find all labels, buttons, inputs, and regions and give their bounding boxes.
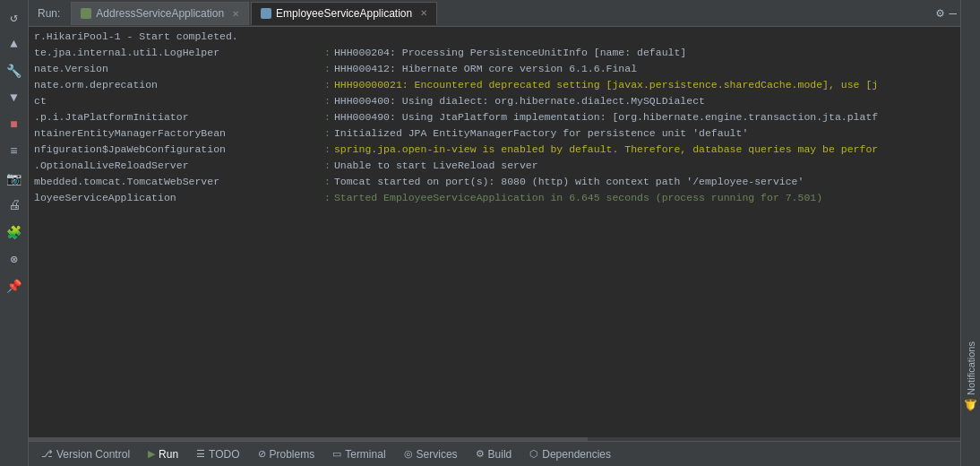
employee-tab-icon bbox=[261, 8, 271, 19]
console-col-sep: : bbox=[324, 158, 331, 174]
console-col-left: ntainerEntityManagerFactoryBean bbox=[34, 125, 321, 142]
console-col-right: Tomcat started on port(s): 8080 (http) w… bbox=[334, 174, 804, 190]
console-area[interactable]: r.HikariPool-1 - Start completed. te.jpa… bbox=[29, 27, 960, 437]
main-area: Run: AddressServiceApplication ✕ Employe… bbox=[29, 0, 960, 466]
console-col-right: HHH90000021: Encountered deprecated sett… bbox=[334, 77, 878, 93]
run-icon: ▶ bbox=[148, 448, 155, 460]
tab-todo[interactable]: ☰ TODO bbox=[187, 445, 248, 463]
console-line: .OptionalLiveReloadServer : Unable to st… bbox=[29, 158, 960, 174]
sidebar-stop-icon[interactable]: ■ bbox=[2, 112, 27, 137]
console-col-sep: : bbox=[324, 190, 331, 206]
console-col-right: HHH000490: Using JtaPlatform implementat… bbox=[334, 109, 878, 125]
sidebar-puzzle-icon[interactable]: 🧩 bbox=[2, 220, 27, 245]
employee-tab-close[interactable]: ✕ bbox=[420, 8, 427, 18]
top-bar: Run: AddressServiceApplication ✕ Employe… bbox=[29, 0, 960, 27]
right-notifications: 🔔 Notifications bbox=[960, 0, 980, 466]
console-col-left: nfiguration$JpaWebConfiguration bbox=[34, 142, 321, 158]
sidebar-restart-icon[interactable]: ↺ bbox=[2, 4, 27, 30]
notifications-label-text: Notifications bbox=[966, 341, 976, 395]
services-icon: ◎ bbox=[404, 448, 413, 460]
dependencies-label: Dependencies bbox=[542, 448, 611, 461]
console-col-right: HHH000204: Processing PersistenceUnitInf… bbox=[334, 45, 686, 61]
console-line: nfiguration$JpaWebConfiguration : spring… bbox=[29, 142, 960, 158]
console-col-sep: : bbox=[324, 77, 331, 93]
version-control-label: Version Control bbox=[56, 448, 130, 461]
console-line: nate.Version : HHH000412: Hibernate ORM … bbox=[29, 61, 960, 77]
console-col-right: Started EmployeeServiceApplication in 6.… bbox=[334, 190, 822, 206]
top-bar-actions: ⚙ — bbox=[936, 5, 957, 21]
tab-employee[interactable]: EmployeeServiceApplication ✕ bbox=[251, 2, 437, 25]
console-col-sep: : bbox=[324, 93, 331, 109]
todo-label: TODO bbox=[209, 448, 239, 461]
settings-icon[interactable]: ⚙ bbox=[936, 5, 943, 21]
console-col-right: spring.jpa.open-in-view is enabled by de… bbox=[334, 142, 878, 158]
console-col-sep: : bbox=[324, 125, 331, 142]
console-col-sep: : bbox=[324, 142, 331, 158]
sidebar-close2-icon[interactable]: ⊗ bbox=[2, 246, 27, 272]
console-col-left: nate.orm.deprecation bbox=[34, 77, 321, 93]
sidebar-wrap-icon[interactable]: ≡ bbox=[2, 139, 27, 164]
address-tab-icon bbox=[81, 8, 91, 19]
employee-tab-label: EmployeeServiceApplication bbox=[276, 7, 412, 20]
sidebar-down-icon[interactable]: ▼ bbox=[2, 85, 27, 110]
build-label: Build bbox=[488, 448, 512, 461]
build-icon: ⚙ bbox=[476, 448, 485, 460]
version-control-icon: ⎇ bbox=[41, 448, 53, 460]
console-line: mbedded.tomcat.TomcatWebServer : Tomcat … bbox=[29, 174, 960, 190]
console-line: r.HikariPool-1 - Start completed. bbox=[29, 29, 960, 45]
tab-services[interactable]: ◎ Services bbox=[395, 445, 467, 463]
dependencies-icon: ⬡ bbox=[529, 448, 538, 460]
terminal-label: Terminal bbox=[345, 448, 385, 461]
address-tab-close[interactable]: ✕ bbox=[232, 9, 239, 19]
bottom-tabs: ⎇ Version Control ▶ Run ☰ TODO ⊘ Problem… bbox=[29, 441, 960, 466]
sidebar-wrench-icon[interactable]: 🔧 bbox=[2, 58, 27, 83]
notifications-button[interactable]: 🔔 Notifications bbox=[965, 341, 977, 412]
tab-terminal[interactable]: ▭ Terminal bbox=[323, 445, 394, 463]
console-col-left: nate.Version bbox=[34, 61, 321, 77]
run-tab-label: Run bbox=[159, 448, 178, 461]
todo-icon: ☰ bbox=[196, 448, 205, 460]
tab-version-control[interactable]: ⎇ Version Control bbox=[32, 445, 139, 463]
run-label: Run: bbox=[32, 7, 65, 20]
console-line: loyeeServiceApplication : Started Employ… bbox=[29, 190, 960, 206]
services-label: Services bbox=[417, 448, 458, 461]
address-tab-label: AddressServiceApplication bbox=[96, 7, 224, 20]
tab-address[interactable]: AddressServiceApplication ✕ bbox=[71, 2, 249, 25]
console-col-right: Unable to start LiveReload server bbox=[334, 158, 538, 174]
console-col-sep: : bbox=[324, 109, 331, 125]
console-col-left: r.HikariPool-1 - Start completed. bbox=[34, 29, 321, 45]
console-line: te.jpa.internal.util.LogHelper : HHH0002… bbox=[29, 45, 960, 61]
console-col-left: .OptionalLiveReloadServer bbox=[34, 158, 321, 174]
console-col-right: Initialized JPA EntityManagerFactory for… bbox=[334, 125, 748, 142]
bell-icon: 🔔 bbox=[965, 399, 977, 412]
console-line: .p.i.JtaPlatformInitiator : HHH000490: U… bbox=[29, 109, 960, 125]
sidebar-pin-icon[interactable]: 📌 bbox=[2, 273, 27, 298]
tab-problems[interactable]: ⊘ Problems bbox=[249, 445, 324, 463]
sidebar-camera-icon[interactable]: 📷 bbox=[2, 166, 27, 191]
console-line: nate.orm.deprecation : HHH90000021: Enco… bbox=[29, 77, 960, 93]
console-line: ntainerEntityManagerFactoryBean : Initia… bbox=[29, 125, 960, 142]
console-col-left: mbedded.tomcat.TomcatWebServer bbox=[34, 174, 321, 190]
console-col-left: .p.i.JtaPlatformInitiator bbox=[34, 109, 321, 125]
minimize-icon[interactable]: — bbox=[950, 6, 957, 21]
console-col-right: HHH000412: Hibernate ORM core version 6.… bbox=[334, 61, 637, 77]
console-col-sep: : bbox=[324, 45, 331, 61]
sidebar-up-icon[interactable]: ▲ bbox=[2, 31, 27, 56]
tab-dependencies[interactable]: ⬡ Dependencies bbox=[520, 445, 620, 463]
console-col-right: HHH000400: Using dialect: org.hibernate.… bbox=[334, 93, 705, 109]
tab-build[interactable]: ⚙ Build bbox=[467, 445, 521, 463]
problems-label: Problems bbox=[270, 448, 315, 461]
console-col-left: ct bbox=[34, 93, 321, 109]
console-col-sep: : bbox=[324, 174, 331, 190]
console-col-left: te.jpa.internal.util.LogHelper bbox=[34, 45, 321, 61]
console-col-sep: : bbox=[324, 61, 331, 77]
sidebar-print-icon[interactable]: 🖨 bbox=[2, 193, 27, 218]
tab-run[interactable]: ▶ Run bbox=[139, 445, 187, 463]
left-sidebar: ↺ ▲ 🔧 ▼ ■ ≡ 📷 🖨 🧩 ⊗ 📌 bbox=[0, 0, 29, 466]
terminal-icon: ▭ bbox=[332, 448, 341, 460]
problems-icon: ⊘ bbox=[258, 448, 266, 460]
console-col-left: loyeeServiceApplication bbox=[34, 190, 321, 206]
console-line: ct : HHH000400: Using dialect: org.hiber… bbox=[29, 93, 960, 109]
